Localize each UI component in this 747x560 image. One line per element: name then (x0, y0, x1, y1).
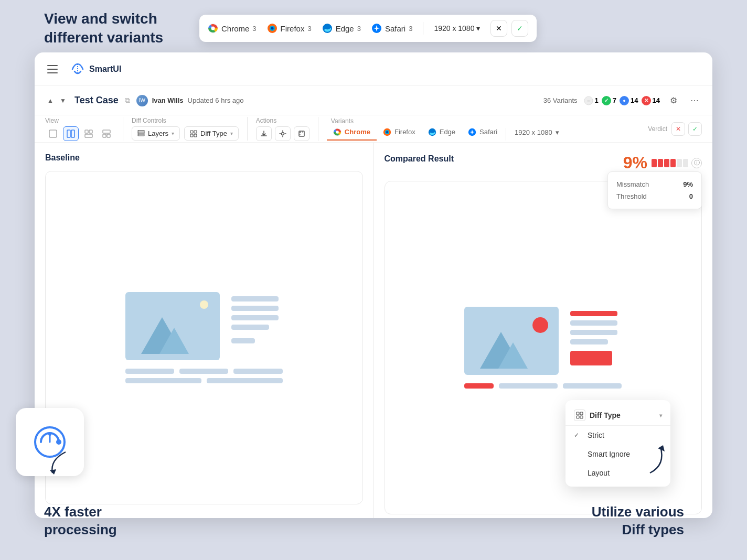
svg-point-39 (386, 131, 388, 133)
safari-icon (371, 23, 382, 34)
nav-up-button[interactable]: ▲ (45, 95, 56, 106)
author-info: IW Ivan Wills Updated 6 hrs ago (136, 95, 244, 106)
view-btn-2[interactable] (63, 126, 79, 141)
variant-safari-icon (468, 128, 476, 136)
baseline-title: Baseline (45, 153, 363, 163)
status-1-icon: – (584, 96, 593, 105)
view-btn-4[interactable] (99, 126, 114, 141)
diff-controls-section: Diff Controls Layers ▾ (132, 117, 248, 141)
download-button[interactable] (256, 126, 272, 141)
svg-point-10 (271, 27, 273, 30)
svg-rect-45 (577, 416, 579, 418)
svg-rect-34 (299, 131, 304, 136)
highlight-circle (532, 317, 548, 333)
svg-rect-22 (85, 134, 92, 137)
status-green-icon: ✓ (602, 96, 611, 105)
svg-rect-29 (190, 131, 193, 133)
svg-rect-24 (103, 134, 106, 137)
app-logo: SmartUI (70, 62, 121, 77)
edge-icon (322, 23, 333, 34)
view-section: View (45, 117, 123, 141)
variants-label: Variants (327, 117, 631, 125)
tabs-actions: ✕ ✓ (490, 20, 528, 37)
mismatch-info-button[interactable]: ⓘ (691, 158, 702, 168)
mismatch-bar (652, 159, 688, 167)
status-badge-14-red: ✕ 14 (642, 96, 660, 105)
svg-point-36 (336, 131, 339, 134)
resolution-dropdown-toolbar[interactable]: 1920 x 1080 ▾ (508, 125, 565, 141)
tabs-divider (423, 22, 423, 35)
more-button[interactable]: ⋯ (687, 93, 702, 108)
copy-icon[interactable]: ⧉ (125, 96, 130, 105)
variants-count: 36 Variants (543, 96, 578, 104)
svg-point-7 (211, 27, 215, 30)
mismatch-percent: 9% (623, 153, 647, 173)
hamburger-button[interactable] (45, 61, 62, 78)
variant-tab-safari[interactable]: Safari (462, 125, 504, 141)
browser-tab-firefox[interactable]: Firefox 3 (267, 23, 312, 34)
tab-check-button[interactable]: ✓ (511, 20, 528, 37)
svg-rect-28 (138, 130, 144, 132)
nav-down-button[interactable]: ▼ (58, 95, 68, 106)
nav-arrows: ▲ ▼ (45, 95, 68, 106)
resolution-selector[interactable]: 1920 x 1080 ▾ (434, 24, 480, 33)
settings-action-button[interactable] (275, 126, 291, 141)
view-label: View (45, 117, 114, 124)
svg-rect-20 (85, 130, 88, 133)
author-name: Ivan Wills (152, 96, 184, 104)
crop-button[interactable] (294, 126, 310, 141)
download-icon (260, 130, 268, 137)
variant-edge-icon (428, 128, 436, 136)
app-header: SmartUI (35, 52, 712, 86)
svg-point-3 (48, 433, 51, 436)
variant-tab-edge[interactable]: Edge (422, 125, 462, 141)
svg-rect-23 (103, 130, 110, 133)
verdict-close-button[interactable]: ✕ (671, 122, 685, 136)
browser-tab-chrome[interactable]: Chrome 3 (208, 23, 257, 34)
diff-type-dropdown-toolbar[interactable]: Diff Type ▾ (184, 126, 239, 141)
variant-firefox-icon (383, 128, 391, 136)
view-btn-3[interactable] (81, 126, 97, 141)
browser-tab-safari[interactable]: Safari 3 (371, 23, 412, 34)
status-badges: – 1 ✓ 7 ● 14 ✕ 14 (584, 96, 660, 105)
author-avatar: IW (136, 95, 148, 106)
diff-dropdown-chevron-icon: ▾ (659, 413, 662, 418)
tab-close-button[interactable]: ✕ (490, 20, 507, 37)
svg-rect-27 (138, 132, 144, 134)
diff-dropdown-header[interactable]: Diff Type ▾ (565, 404, 670, 426)
diff-option-strict[interactable]: ✓ Strict (565, 426, 670, 445)
svg-rect-30 (194, 131, 197, 133)
diff-type-chevron-icon: ▾ (230, 131, 233, 136)
status-red-icon: ✕ (642, 96, 651, 105)
main-window: SmartUI ▲ ▼ Test Case ⧉ IW Ivan Wills Up… (35, 52, 712, 518)
layers-chevron-icon: ▾ (172, 131, 174, 136)
author-updated: Updated 6 hrs ago (188, 96, 244, 104)
view-btn-1[interactable] (45, 126, 61, 141)
testcase-left: ▲ ▼ Test Case ⧉ IW Ivan Wills Updated 6 … (45, 95, 244, 106)
svg-rect-43 (577, 412, 579, 415)
variant-tab-firefox[interactable]: Firefox (377, 125, 422, 141)
layers-dropdown[interactable]: Layers ▾ (132, 126, 180, 141)
compared-title: Compared Result (385, 154, 454, 164)
variant-chrome-icon (333, 128, 342, 136)
baseline-panel: Baseline (35, 143, 374, 518)
toolbar: View Diff Controls (35, 115, 712, 143)
smartui-logo-icon (70, 62, 85, 77)
svg-rect-18 (67, 130, 70, 137)
variant-tab-chrome[interactable]: Chrome (327, 125, 377, 141)
mismatch-row: Missmatch 9% (616, 178, 693, 190)
status-badge-7: ✓ 7 (602, 96, 616, 105)
actions-section: Actions (256, 117, 318, 141)
app-logo-text: SmartUI (89, 64, 121, 74)
diff-controls-label: Diff Controls (132, 117, 239, 124)
compared-header: Compared Result 9% ⓘ (385, 153, 702, 173)
svg-point-2 (56, 439, 61, 445)
baseline-text-lines (227, 292, 283, 360)
settings-button[interactable]: ⚙ (666, 93, 681, 108)
baseline-mockup (115, 282, 293, 394)
arrow-bottom-left (45, 449, 71, 479)
verdict-check-button[interactable]: ✓ (688, 122, 702, 136)
browser-tab-edge[interactable]: Edge 3 (322, 23, 361, 34)
testcase-right: 36 Variants – 1 ✓ 7 ● 14 (543, 93, 702, 108)
svg-text:–: – (587, 98, 590, 104)
